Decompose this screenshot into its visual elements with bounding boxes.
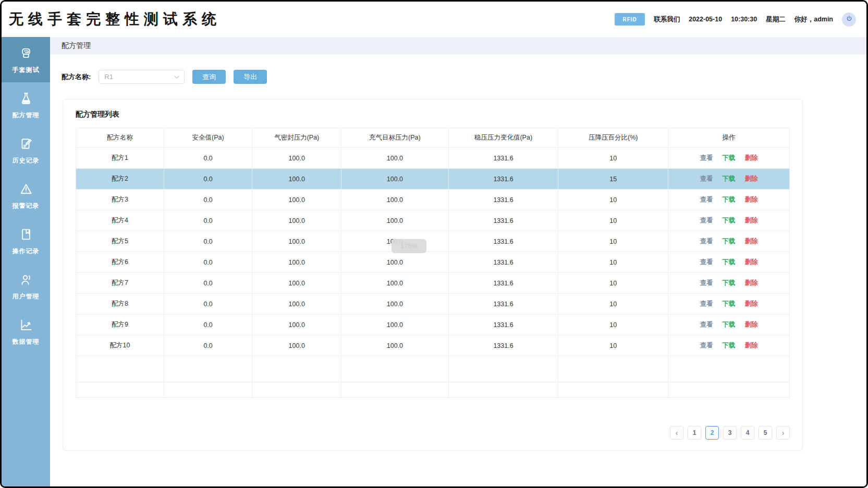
glove-icon bbox=[18, 45, 34, 61]
cell-target: 100.0 bbox=[341, 190, 448, 210]
cell-safety: 0.0 bbox=[164, 294, 252, 315]
pagination-page-4[interactable]: 4 bbox=[741, 426, 754, 440]
pagination-page-5[interactable]: 5 bbox=[759, 426, 772, 440]
view-link[interactable]: 查看 bbox=[700, 217, 713, 224]
cell-actions: 查看下载删除 bbox=[668, 169, 790, 190]
zoom-indicator-overlay: 175% bbox=[392, 239, 426, 253]
pagination-next[interactable]: › bbox=[776, 426, 790, 440]
download-link[interactable]: 下载 bbox=[723, 300, 736, 307]
table-row[interactable]: 配方40.0100.0100.01331.610查看下载删除 bbox=[76, 210, 790, 231]
table-row[interactable]: 配方80.0100.0100.01331.610查看下载删除 bbox=[76, 294, 790, 315]
cell-actions: 查看下载删除 bbox=[668, 252, 790, 273]
cell-change: 1331.6 bbox=[448, 335, 558, 356]
sidebar-item-alarm-records[interactable]: 报警记录 bbox=[2, 173, 50, 218]
delete-link[interactable]: 删除 bbox=[745, 258, 758, 266]
breadcrumb: 配方管理 bbox=[50, 37, 866, 55]
pagination-page-1[interactable]: 1 bbox=[688, 426, 701, 440]
contact-link[interactable]: 联系我们 bbox=[654, 15, 680, 24]
cell-percent: 10 bbox=[558, 210, 668, 231]
delete-link[interactable]: 删除 bbox=[745, 196, 758, 203]
cell-name: 配方6 bbox=[76, 252, 164, 273]
cell-safety: 0.0 bbox=[164, 273, 252, 294]
download-link[interactable]: 下载 bbox=[723, 196, 736, 203]
table-row[interactable]: 配方30.0100.0100.01331.610查看下载删除 bbox=[76, 190, 790, 210]
cell-seal: 100.0 bbox=[252, 315, 341, 335]
user-icon bbox=[18, 272, 34, 287]
sidebar-item-user-management[interactable]: 用户管理 bbox=[2, 264, 50, 309]
table-row[interactable]: 配方10.0100.0100.01331.610查看下载删除 bbox=[76, 148, 790, 169]
sidebar-item-glove-test[interactable]: 手套测试 bbox=[2, 37, 50, 82]
chevron-down-icon bbox=[174, 74, 180, 80]
view-link[interactable]: 查看 bbox=[700, 321, 713, 328]
table-row[interactable]: 配方60.0100.0100.01331.610查看下载删除 bbox=[76, 252, 790, 273]
app-header: 无线手套完整性测试系统 RFID 联系我们 2022-05-10 10:30:3… bbox=[2, 2, 866, 37]
cell-seal: 100.0 bbox=[252, 252, 341, 273]
recipe-list-panel: 配方管理列表 配方名称安全值(Pa)气密封压力(Pa)充气目标压力(Pa)稳压压… bbox=[63, 99, 803, 451]
delete-link[interactable]: 删除 bbox=[745, 279, 758, 286]
download-link[interactable]: 下载 bbox=[723, 342, 736, 349]
pagination-page-2[interactable]: 2 bbox=[705, 426, 719, 440]
download-link[interactable]: 下载 bbox=[723, 237, 736, 245]
delete-link[interactable]: 删除 bbox=[745, 342, 758, 349]
recipe-name-select[interactable]: R1 bbox=[99, 70, 185, 84]
download-link[interactable]: 下载 bbox=[723, 258, 736, 266]
cell-seal: 100.0 bbox=[252, 335, 341, 356]
download-link[interactable]: 下载 bbox=[723, 154, 736, 161]
delete-link[interactable]: 删除 bbox=[745, 321, 758, 328]
view-link[interactable]: 查看 bbox=[700, 342, 713, 349]
cell-change: 1331.6 bbox=[448, 169, 558, 190]
delete-link[interactable]: 删除 bbox=[745, 237, 758, 245]
delete-link[interactable]: 删除 bbox=[745, 154, 758, 161]
cell-seal: 100.0 bbox=[252, 148, 341, 169]
cell-change: 1331.6 bbox=[448, 190, 558, 210]
download-link[interactable]: 下载 bbox=[723, 279, 736, 286]
cell-actions: 查看下载删除 bbox=[668, 190, 790, 210]
delete-link[interactable]: 删除 bbox=[745, 300, 758, 307]
table-row[interactable]: 配方70.0100.0100.01331.610查看下载删除 bbox=[76, 273, 790, 294]
download-link[interactable]: 下载 bbox=[723, 175, 736, 182]
power-button[interactable] bbox=[842, 12, 856, 27]
view-link[interactable]: 查看 bbox=[700, 237, 713, 245]
export-button[interactable]: 导出 bbox=[234, 70, 267, 84]
delete-link[interactable]: 删除 bbox=[745, 175, 758, 182]
cell-target: 100.0 bbox=[341, 148, 448, 169]
cell-actions: 查看下载删除 bbox=[668, 210, 790, 231]
sidebar-item-label: 手套测试 bbox=[13, 66, 40, 74]
cell-actions: 查看下载删除 bbox=[668, 273, 790, 294]
sidebar-item-operation-records[interactable]: 操作记录 bbox=[2, 218, 50, 264]
cell-name: 配方10 bbox=[76, 335, 164, 356]
table-row[interactable]: 配方50.0100.0100.01331.610查看下载删除 bbox=[76, 231, 790, 252]
view-link[interactable]: 查看 bbox=[700, 154, 713, 161]
query-button[interactable]: 查询 bbox=[192, 70, 226, 84]
table-row[interactable]: 配方20.0100.0100.01331.615查看下载删除 bbox=[76, 169, 790, 190]
table-row[interactable]: 配方90.0100.0100.01331.610查看下载删除 bbox=[76, 315, 790, 335]
download-link[interactable]: 下载 bbox=[723, 321, 736, 328]
cell-target: 100.0 bbox=[341, 252, 448, 273]
header-date: 2022-05-10 bbox=[689, 16, 722, 23]
empty-table-row bbox=[76, 356, 790, 382]
table-row[interactable]: 配方100.0100.0100.01331.610查看下载删除 bbox=[76, 335, 790, 356]
rfid-button[interactable]: RFID bbox=[615, 13, 645, 26]
cell-change: 1331.6 bbox=[448, 210, 558, 231]
download-link[interactable]: 下载 bbox=[723, 217, 736, 224]
cell-safety: 0.0 bbox=[164, 252, 252, 273]
sidebar-item-label: 历史记录 bbox=[13, 156, 40, 165]
empty-table-row bbox=[76, 382, 790, 398]
delete-link[interactable]: 删除 bbox=[745, 217, 758, 224]
sidebar-item-data-management[interactable]: 数据管理 bbox=[2, 309, 50, 354]
view-link[interactable]: 查看 bbox=[700, 300, 713, 307]
cell-actions: 查看下载删除 bbox=[668, 148, 790, 169]
view-link[interactable]: 查看 bbox=[700, 175, 713, 182]
cell-percent: 10 bbox=[558, 190, 668, 210]
cell-name: 配方8 bbox=[76, 294, 164, 315]
view-link[interactable]: 查看 bbox=[700, 196, 713, 203]
sidebar-item-label: 报警记录 bbox=[13, 202, 40, 210]
cell-seal: 100.0 bbox=[252, 190, 341, 210]
pagination-page-3[interactable]: 3 bbox=[723, 426, 737, 440]
sidebar-item-history-records[interactable]: 历史记录 bbox=[2, 128, 50, 173]
sidebar-item-recipe-management[interactable]: 配方管理 bbox=[2, 82, 50, 128]
cell-percent: 10 bbox=[558, 252, 668, 273]
view-link[interactable]: 查看 bbox=[700, 279, 713, 286]
pagination-prev[interactable]: ‹ bbox=[670, 426, 683, 440]
view-link[interactable]: 查看 bbox=[700, 258, 713, 266]
